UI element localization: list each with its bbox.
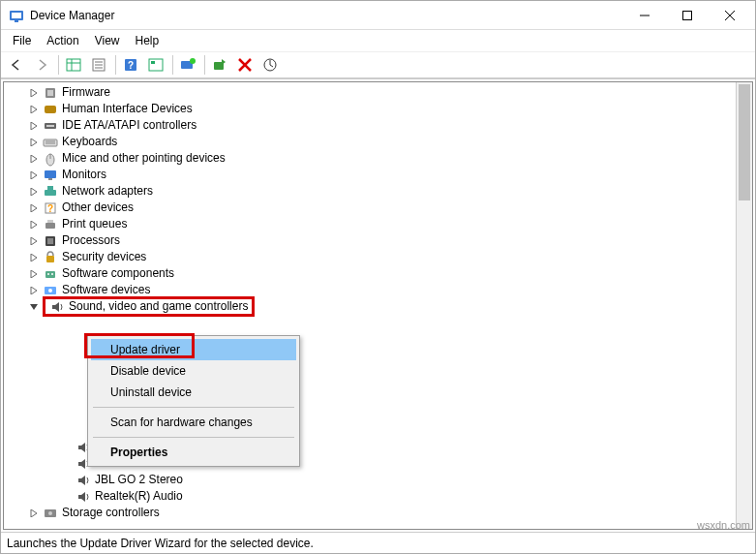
enable-device-button[interactable] [208,53,231,77]
menu-action[interactable]: Action [39,32,86,49]
window-title: Device Manager [30,9,623,22]
monitor-icon [43,168,58,183]
tree-item[interactable]: Network adapters [12,183,752,200]
expand-icon [27,201,41,215]
action-panel-button[interactable] [144,53,167,77]
show-hide-console-tree-button[interactable] [62,53,85,77]
printer-icon [43,217,58,232]
statusbar: Launches the Update Driver Wizard for th… [1,532,755,553]
vertical-scrollbar[interactable] [736,82,752,529]
tree-item-label: Network adapters [62,183,153,200]
tree-item[interactable]: Mice and other pointing devices [12,150,752,167]
scan-hardware-button[interactable] [258,53,282,77]
expand-icon [27,136,41,149]
tree-item[interactable]: Keyboards [12,134,752,150]
tree-item[interactable]: Realtek(R) Audio [12,488,752,505]
tree-item[interactable]: Processors [12,232,752,249]
svg-rect-34 [45,170,56,178]
scrollbar-thumb[interactable] [739,84,750,200]
toolbar: ? [1,51,755,78]
expand-icon [27,185,41,199]
properties-button[interactable] [87,53,110,77]
tree-item[interactable]: Security devices [12,249,752,265]
context-menu-item[interactable]: Scan for hardware changes [91,412,296,433]
tree-item[interactable]: Storage controllers [12,505,752,521]
tree-item-label: Security devices [62,249,146,265]
tree-item-label: Mice and other pointing devices [62,150,226,167]
context-menu-item[interactable]: Properties [91,442,296,463]
expand-icon [27,234,41,248]
help-button[interactable]: ? [119,53,142,77]
keyboard-icon [43,135,58,150]
svg-rect-4 [683,11,692,19]
expand-icon [27,103,41,116]
tree-item-label: Print queues [62,216,127,232]
tree-item[interactable]: Sound, video and game controllers [12,298,752,315]
hid-icon [43,102,58,117]
svg-point-19 [190,58,196,64]
watermark: wsxdn.com [697,519,750,531]
svg-rect-37 [47,186,53,190]
no-expand [60,457,74,471]
tree-item[interactable]: IDE ATA/ATAPI controllers [12,117,752,134]
tree-item-label: Software components [62,265,174,282]
svg-point-46 [47,273,49,275]
context-menu-item[interactable]: Disable device [91,360,296,382]
expand-icon [27,507,41,520]
update-driver-button[interactable] [176,53,199,77]
no-expand [60,474,74,487]
expand-icon [27,152,41,166]
ide-icon [43,118,58,134]
tree-item-label: JBL GO 2 Stereo [95,472,183,488]
tree-item-label: Monitors [62,167,106,183]
content-area: FirmwareHuman Interface DevicesIDE ATA/A… [1,78,755,532]
sound-icon [76,489,91,505]
context-menu: Update driverDisable deviceUninstall dev… [87,335,300,467]
menu-help[interactable]: Help [128,32,167,49]
svg-rect-43 [47,238,53,244]
no-expand [60,490,74,504]
tree-item[interactable]: Human Interface Devices [12,101,752,117]
tree-item[interactable]: Software components [12,265,752,282]
tree-item-label: IDE ATA/ATAPI controllers [62,117,197,134]
security-icon [43,250,58,265]
close-button[interactable] [709,1,751,29]
tree-item[interactable]: Monitors [12,167,752,183]
expand-icon [27,218,41,231]
svg-rect-26 [45,106,56,113]
svg-rect-41 [47,220,53,223]
highlight-sound-category: Sound, video and game controllers [43,296,255,317]
network-icon [43,184,58,200]
menubar: File Action View Help [1,30,755,51]
app-icon [9,8,24,23]
tree-item[interactable]: Firmware [12,84,752,101]
tree-item-label: Realtek(R) Audio [95,488,183,505]
context-menu-item[interactable]: Uninstall device [91,382,296,403]
tree-item[interactable]: JBL GO 2 Stereo [12,472,752,488]
no-expand [60,441,74,454]
minimize-button[interactable] [623,1,666,29]
tree-item[interactable]: Print queues [12,216,752,232]
menu-view[interactable]: View [87,32,128,49]
expand-icon [27,267,41,281]
tree-item[interactable]: ?Other devices [12,200,752,216]
storage-icon [43,506,58,521]
uninstall-device-button[interactable] [233,53,257,77]
menu-file[interactable]: File [5,32,39,49]
svg-rect-36 [45,190,56,196]
context-menu-item[interactable]: Update driver [91,339,296,360]
back-button[interactable] [5,53,28,77]
svg-rect-45 [45,271,55,278]
tree-item-label: Sound, video and game controllers [69,298,248,315]
expand-icon [27,251,41,264]
context-menu-divider [93,407,294,408]
tree-item-label: Human Interface Devices [62,101,193,117]
svg-rect-2 [15,20,18,22]
statusbar-text: Launches the Update Driver Wizard for th… [7,537,314,550]
svg-rect-7 [67,59,80,71]
chip-icon [43,85,58,101]
expand-icon [27,86,41,100]
forward-button[interactable] [30,53,53,77]
maximize-button[interactable] [666,1,709,29]
sound-icon [76,473,91,488]
